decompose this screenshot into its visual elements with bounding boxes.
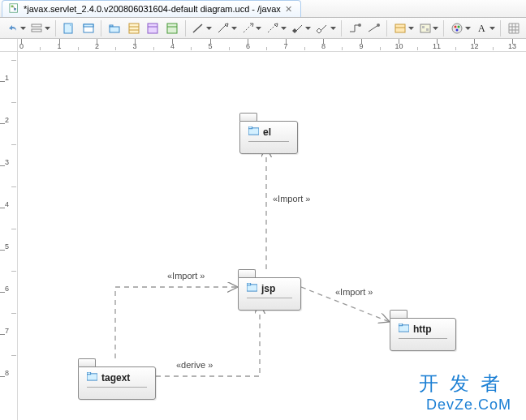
scale-dropdown[interactable] <box>45 27 50 30</box>
router-bend-button[interactable] <box>346 19 364 37</box>
svg-rect-12 <box>148 24 157 33</box>
separator <box>101 20 101 36</box>
toolbar: A <box>0 18 526 39</box>
diagram-canvas[interactable]: «Import » «Import » «Import » «derive » … <box>18 52 526 420</box>
svg-rect-11 <box>129 24 139 33</box>
scale-button[interactable] <box>28 19 46 37</box>
separator <box>386 20 387 36</box>
layout-dropdown[interactable] <box>433 27 438 30</box>
svg-point-20 <box>452 24 462 33</box>
svg-rect-30 <box>399 324 403 326</box>
svg-rect-1 <box>11 6 14 8</box>
depend-button[interactable] <box>239 19 257 37</box>
tab-close-icon[interactable]: ✕ <box>284 4 294 14</box>
separator <box>55 20 56 36</box>
svg-point-14 <box>358 24 361 27</box>
svg-rect-17 <box>420 24 430 32</box>
undo-button[interactable] <box>3 19 21 37</box>
grid-button[interactable] <box>505 19 523 37</box>
package-jsp[interactable]: jsp <box>238 269 301 311</box>
editor-tab[interactable]: *javax.servlet_2.4.0.v200806031604-defau… <box>2 0 301 17</box>
package-tagext[interactable]: tagext <box>78 358 156 400</box>
separator <box>185 20 186 36</box>
relation-label-import[interactable]: «Import » <box>167 271 205 281</box>
svg-rect-13 <box>167 24 177 33</box>
svg-point-15 <box>377 24 380 27</box>
tab-title: *javax.servlet_2.4.0.v200806031604-defau… <box>24 4 281 14</box>
ruler-corner <box>0 39 18 52</box>
svg-rect-32 <box>87 372 91 375</box>
aggregate-button[interactable] <box>313 19 331 37</box>
text-dropdown[interactable] <box>489 27 495 30</box>
separator <box>443 20 444 36</box>
package-name: tagext <box>101 372 130 384</box>
color-button[interactable] <box>448 19 466 37</box>
svg-point-21 <box>455 25 457 28</box>
interface-button[interactable] <box>144 19 162 37</box>
assoc-dropdown[interactable] <box>206 27 212 30</box>
color-dropdown[interactable] <box>465 27 471 30</box>
extend-dropdown[interactable] <box>231 27 237 30</box>
package-name: jsp <box>261 283 275 294</box>
work-area: 012345678910111213 12345678 «Import » «I… <box>0 39 526 420</box>
svg-rect-4 <box>32 29 41 32</box>
compose-dropdown[interactable] <box>305 27 311 30</box>
svg-rect-28 <box>247 283 251 285</box>
separator <box>341 20 342 36</box>
folder-icon <box>399 324 409 335</box>
svg-point-23 <box>456 28 459 31</box>
show-hide-dropdown[interactable] <box>408 27 414 30</box>
horizontal-ruler: 012345678910111213 <box>18 39 526 52</box>
svg-rect-3 <box>32 24 41 27</box>
diagram-file-icon <box>9 2 20 15</box>
svg-rect-16 <box>395 24 405 32</box>
enum-button[interactable] <box>163 19 181 37</box>
package-name: el <box>263 126 271 138</box>
package-http[interactable]: http <box>390 310 456 351</box>
svg-rect-0 <box>10 4 18 13</box>
tab-bar: *javax.servlet_2.4.0.v200806031604-defau… <box>0 0 526 18</box>
watermark-line1: 开发者 <box>419 371 511 396</box>
svg-rect-26 <box>248 126 252 129</box>
package-el[interactable]: el <box>239 113 298 154</box>
compose-button[interactable] <box>289 19 307 37</box>
svg-rect-10 <box>110 27 119 32</box>
relation-label-derive[interactable]: «derive » <box>176 360 213 370</box>
new-note-button[interactable] <box>60 19 78 37</box>
svg-rect-19 <box>426 28 429 31</box>
relation-label-import[interactable]: «Import » <box>335 287 373 297</box>
undo-dropdown[interactable] <box>20 27 26 30</box>
extend-button[interactable] <box>214 19 232 37</box>
layout-button[interactable] <box>416 19 434 37</box>
new-frame-button[interactable] <box>80 19 97 37</box>
realize-button[interactable] <box>264 19 282 37</box>
realize-dropdown[interactable] <box>281 27 287 30</box>
separator <box>500 20 501 36</box>
svg-rect-6 <box>70 24 72 26</box>
folder-icon <box>87 372 97 384</box>
folder-icon <box>247 283 257 294</box>
svg-point-22 <box>458 25 460 28</box>
package-name: http <box>413 324 432 335</box>
svg-rect-8 <box>84 24 93 27</box>
depend-dropdown[interactable] <box>256 27 261 30</box>
package-button[interactable] <box>106 19 123 37</box>
watermark-line2: DevZe.CoM <box>419 396 511 414</box>
aggregate-dropdown[interactable] <box>330 27 336 30</box>
assoc-button[interactable] <box>190 19 208 37</box>
class-button[interactable] <box>125 19 143 37</box>
vertical-ruler: 12345678 <box>0 52 18 420</box>
watermark: 开发者 DevZe.CoM <box>419 371 511 414</box>
show-hide-button[interactable] <box>391 19 409 37</box>
text-button[interactable]: A <box>473 19 491 37</box>
svg-text:A: A <box>478 23 485 34</box>
router-direct-button[interactable] <box>365 19 383 37</box>
svg-rect-18 <box>422 26 425 28</box>
relation-label-import[interactable]: «Import » <box>273 194 310 204</box>
folder-icon <box>248 126 259 138</box>
